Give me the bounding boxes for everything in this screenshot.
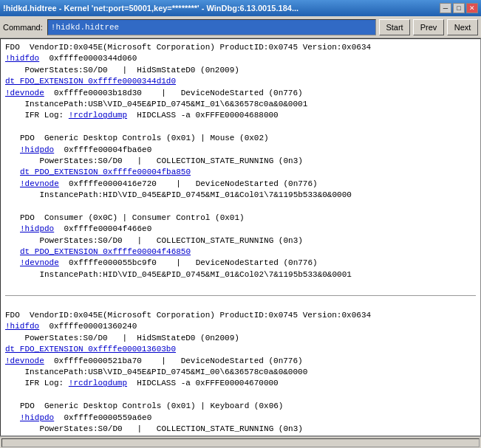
close-button[interactable]: ✕: [466, 3, 478, 13]
h-scrollbar-track[interactable]: [1, 438, 480, 447]
toolbar: Command: Start Prev Next: [0, 16, 481, 38]
maximize-button[interactable]: □: [453, 3, 465, 13]
devnode-link-2[interactable]: !devnode: [20, 179, 59, 188]
hidpdo-link-3[interactable]: !hidpdo: [20, 413, 54, 422]
fdo-line-4: dt FDO_EXTENSION 0xffffe0000344d1d0: [5, 76, 476, 87]
fdo2-line-3: PowerStates:S0/D0 | HidSmStateD0 (0n2009…: [5, 333, 476, 344]
fdo-line-3: PowerStates:S0/D0 | HidSmStateD0 (0n2009…: [5, 65, 476, 76]
fdo-line-7: IFR Log: !rcdrlogdump HIDCLASS -a 0xFFFE…: [5, 110, 476, 121]
title-bar: !hidkd.hidtree - Kernel 'net:port=50001,…: [0, 0, 481, 16]
pdo-line-2: !hidpdo 0xffffe00004fba6e0: [20, 145, 476, 156]
hidpdo-link-2[interactable]: !hidpdo: [20, 224, 54, 233]
command-input[interactable]: [47, 19, 376, 35]
rcdrlogdump-link-1[interactable]: !rcdrlogdump: [69, 111, 127, 120]
prev-button[interactable]: Prev: [413, 19, 444, 35]
pdo2-line-6: InstancePath:HID\VID_045E&PID_0745&MI_01…: [20, 269, 476, 280]
fdo2-line-5: !devnode 0xffffe0000521ba70 | DeviceNode…: [5, 356, 476, 367]
pdo-line-3: PowerStates:S0/D0 | COLLECTION_STATE_RUN…: [20, 156, 476, 167]
dt-fdo-link-2[interactable]: dt FDO_EXTENSION 0xffffe000013603b0: [5, 345, 176, 354]
hidfdo-link-1[interactable]: !hidfdo: [5, 54, 39, 63]
pdo-line-6: InstancePath:HID\VID_045E&PID_0745&MI_01…: [20, 190, 476, 201]
pdo2-line-1: PDO Consumer (0x0C) | Consumer Control (…: [20, 213, 476, 224]
pdo-line-4: dt PDO_EXTENSION 0xffffe00004fba850: [20, 167, 476, 178]
fdo-line-1: FDO VendorID:0x045E(Microsoft Corporatio…: [5, 42, 476, 53]
minimize-button[interactable]: ─: [440, 3, 451, 13]
fdo2-line-1: FDO VendorID:0x045E(Microsoft Corporatio…: [5, 310, 476, 321]
devnode-link-3[interactable]: !devnode: [20, 258, 59, 267]
horizontal-scrollbar[interactable]: [0, 436, 481, 448]
pdo3-line-1: PDO Generic Desktop Controls (0x01) | Ke…: [20, 401, 476, 412]
dt-fdo-link-1[interactable]: dt FDO_EXTENSION 0xffffe0000344d1d0: [5, 77, 176, 86]
devnode-link-1[interactable]: !devnode: [5, 89, 44, 97]
pdo-block-2: PDO Consumer (0x0C) | Consumer Control (…: [5, 213, 476, 280]
title-bar-buttons: ─ □ ✕: [440, 3, 478, 13]
fdo2-line-7: IFR Log: !rcdrlogdump HIDCLASS -a 0xFFFE…: [5, 378, 476, 389]
hidpdo-link-1[interactable]: !hidpdo: [20, 145, 54, 154]
next-button[interactable]: Next: [447, 19, 478, 35]
fdo-line-6: InstancePath:USB\VID_045E&PID_0745&MI_01…: [5, 99, 476, 110]
hidfdo-link-2[interactable]: !hidfdo: [5, 322, 39, 331]
pdo2-line-5: !devnode 0xffffe000055bc9f0 | DeviceNode…: [20, 258, 476, 269]
pdo3-line-2: !hidpdo 0xffffe0000559a6e0: [20, 413, 476, 424]
fdo2-line-6: InstancePath:USB\VID_045E&PID_0745&MI_00…: [5, 367, 476, 378]
pdo-line-1: PDO Generic Desktop Controls (0x01) | Mo…: [20, 133, 476, 144]
fdo2-line-2: !hidfdo 0xffffe00001360240: [5, 321, 476, 332]
pdo2-line-3: PowerStates:S0/D0 | COLLECTION_STATE_RUN…: [20, 235, 476, 247]
fdo-line-5: !devnode 0xffffe00003b18d30 | DeviceNode…: [5, 88, 476, 99]
pdo-block-1: PDO Generic Desktop Controls (0x01) | Mo…: [5, 133, 476, 201]
pdo2-line-4: dt PDO_EXTENSION 0xffffe00004f46850: [20, 247, 476, 258]
pdo2-line-2: !hidpdo 0xffffe00004f466e0: [20, 224, 476, 235]
window-title: !hidkd.hidtree - Kernel 'net:port=50001,…: [3, 4, 299, 13]
dt-pdo-link-1[interactable]: dt PDO_EXTENSION 0xffffe00004fba850: [20, 168, 191, 176]
pdo3-line-3: PowerStates:S0/D0 | COLLECTION_STATE_RUN…: [20, 424, 476, 435]
devnode-link-4[interactable]: !devnode: [5, 356, 44, 365]
rcdrlogdump-link-2[interactable]: !rcdrlogdump: [69, 379, 127, 387]
command-label: Command:: [3, 23, 43, 32]
fdo-block-1: FDO VendorID:0x045E(Microsoft Corporatio…: [5, 42, 476, 122]
pdo-line-5: !devnode 0xffffe0000416e720 | DeviceNode…: [20, 179, 476, 190]
pdo-block-3: PDO Generic Desktop Controls (0x01) | Ke…: [5, 401, 476, 436]
fdo-block-2: FDO VendorID:0x045E(Microsoft Corporatio…: [5, 310, 476, 390]
start-button[interactable]: Start: [379, 19, 410, 35]
fdo2-line-4: dt FDO_EXTENSION 0xffffe000013603b0: [5, 344, 476, 355]
main-content[interactable]: FDO VendorID:0x045E(Microsoft Corporatio…: [0, 38, 481, 436]
dt-pdo-link-2[interactable]: dt PDO_EXTENSION 0xffffe00004f46850: [20, 247, 191, 256]
section-separator: [5, 295, 476, 296]
fdo-line-2: !hidfdo 0xffffe0000344d060: [5, 53, 476, 64]
